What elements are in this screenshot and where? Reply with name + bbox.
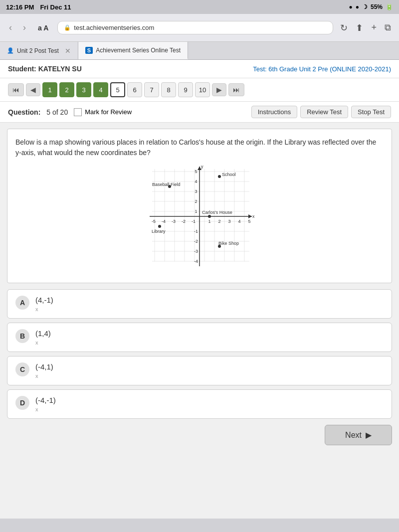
library-point [158, 225, 161, 228]
page-3-button[interactable]: 3 [76, 82, 91, 97]
browser-actions: ↻ ⬆ + ⧉ [338, 20, 393, 35]
url-bar[interactable]: 🔒 test.achievementseries.com [57, 21, 333, 34]
library-label: Library [152, 229, 166, 234]
browser-chrome: ‹ › a A 🔒 test.achievementseries.com ↻ ⬆… [0, 14, 399, 42]
question-label: Question: [8, 108, 40, 116]
answer-option-a[interactable]: A (4,-1) x [7, 289, 392, 319]
x-label-2: 2 [218, 219, 220, 224]
tab1-label: Unit 2 Post Test [17, 47, 59, 54]
coordinate-graph: -5 -4 -3 -2 -1 1 2 3 4 5 x 5 4 3 2 1 -1 … [145, 164, 254, 269]
answer-option-c[interactable]: C (-4,1) x [7, 356, 392, 385]
page-5-button[interactable]: 5 [110, 82, 125, 97]
test-info: Test: 6th Grade Unit 2 Pre (ONLINE 2020-… [253, 65, 391, 73]
page-7-button[interactable]: 7 [144, 82, 159, 97]
x-label-n5: -5 [152, 219, 156, 224]
x-label-n1: -1 [192, 219, 196, 224]
date: Fri Dec 11 [40, 3, 71, 11]
next-label: Next [345, 431, 362, 440]
page-8-button[interactable]: 8 [161, 82, 176, 97]
question-bar: Question: 5 of 20 Mark for Review Instru… [0, 102, 399, 123]
option-c-content: (-4,1) x [35, 362, 53, 379]
prev-page-button[interactable]: ◀ [26, 83, 40, 96]
y-label-5: 5 [195, 169, 197, 174]
option-b-sub: x [35, 340, 51, 346]
stop-test-button[interactable]: Stop Test [351, 106, 391, 118]
option-b-letter: B [15, 329, 29, 343]
option-d-content: (-4,-1) x [35, 396, 56, 412]
baseball-label: Baseball Field [152, 182, 181, 187]
status-bar-left: 12:16 PM Fri Dec 11 [6, 3, 71, 11]
carlos-label: Carlos's House [202, 210, 232, 215]
x-label-n2: -2 [182, 219, 186, 224]
page-1-button[interactable]: 1 [42, 82, 57, 97]
answer-choices: A (4,-1) x B (1,4) x C (-4,1) x D (-4,-1… [7, 289, 392, 419]
page-9-button[interactable]: 9 [178, 82, 193, 97]
option-d-text: (-4,-1) [35, 396, 56, 404]
instructions-button[interactable]: Instructions [251, 106, 297, 118]
test-header: Student: KATELYN SU Test: 6th Grade Unit… [0, 60, 399, 78]
y-label-2: 2 [195, 199, 197, 204]
back-button[interactable]: ‹ [6, 20, 15, 35]
student-label: Student: [8, 65, 36, 73]
next-page-button[interactable]: ▶ [212, 83, 226, 96]
lock-icon: 🔒 [64, 24, 71, 31]
wifi-icon: ● [349, 3, 352, 10]
option-b-content: (1,4) x [35, 329, 51, 346]
last-page-button[interactable]: ⏭ [228, 83, 244, 96]
tabs-bar: 👤 Unit 2 Post Test ✕ S Achievement Serie… [0, 42, 399, 60]
test-name: 6th Grade Unit 2 Pre (ONLINE 2020-2021) [268, 65, 391, 73]
y-label-1: 1 [195, 209, 197, 214]
carlos-point [208, 215, 211, 218]
add-tab-button[interactable]: + [369, 20, 379, 35]
option-c-letter: C [15, 362, 29, 376]
page-2-button[interactable]: 2 [59, 82, 74, 97]
question-area: Below is a map showing various places in… [7, 129, 392, 283]
battery-level: 55% [371, 3, 383, 10]
question-current: 5 of 20 [46, 108, 68, 116]
tab1-icon: 👤 [7, 47, 14, 54]
status-bar-right: ● ● ☽ 55% 🔋 [349, 3, 393, 10]
student-name: KATELYN SU [38, 65, 82, 73]
x-label-4: 4 [238, 219, 240, 224]
question-text: Below is a map showing various places in… [15, 137, 384, 158]
first-page-button[interactable]: ⏮ [8, 83, 24, 96]
tab1-close[interactable]: ✕ [65, 47, 71, 55]
mark-for-review-checkbox[interactable] [74, 108, 82, 116]
option-b-text: (1,4) [35, 329, 51, 338]
y-label-n1: -1 [194, 229, 198, 234]
school-point [218, 175, 221, 178]
forward-button[interactable]: › [20, 20, 29, 35]
main-content: Student: KATELYN SU Test: 6th Grade Unit… [0, 60, 399, 519]
y-label-4: 4 [195, 179, 197, 184]
reload-button[interactable]: ↻ [338, 20, 350, 35]
tab-achievement-series[interactable]: S Achievement Series Online Test [78, 42, 188, 59]
mark-for-review-text: Mark for Review [85, 108, 132, 116]
share-button[interactable]: ⬆ [354, 20, 365, 35]
tab2-icon: S [85, 47, 93, 54]
answer-option-d[interactable]: D (-4,-1) x [7, 389, 392, 419]
page-6-button[interactable]: 6 [127, 82, 142, 97]
page-4-button[interactable]: 4 [93, 82, 108, 97]
tab2-label: Achievement Series Online Test [96, 47, 181, 54]
y-label-n3: -3 [194, 249, 198, 254]
mark-for-review-label[interactable]: Mark for Review [74, 108, 132, 116]
option-a-letter: A [15, 296, 29, 310]
x-axis-label: x [252, 214, 254, 219]
x-label-3: 3 [228, 219, 230, 224]
school-label: School [222, 172, 236, 177]
reader-button[interactable]: a A [34, 22, 52, 34]
question-actions: Instructions Review Test Stop Test [251, 106, 391, 118]
option-c-sub: x [35, 373, 53, 379]
answer-option-b[interactable]: B (1,4) x [7, 323, 392, 352]
text-size-large: A [43, 24, 48, 32]
option-c-text: (-4,1) [35, 362, 53, 371]
tabs-button[interactable]: ⧉ [383, 20, 393, 35]
y-label-n2: -2 [194, 239, 198, 244]
tab-unit2-post-test[interactable]: 👤 Unit 2 Post Test ✕ [0, 42, 78, 59]
x-label-5: 5 [248, 219, 250, 224]
page-10-button[interactable]: 10 [195, 82, 210, 97]
x-axis-arrow [248, 214, 252, 218]
next-button[interactable]: Next ▶ [325, 425, 392, 445]
review-test-button[interactable]: Review Test [300, 106, 348, 118]
time: 12:16 PM [6, 3, 34, 11]
